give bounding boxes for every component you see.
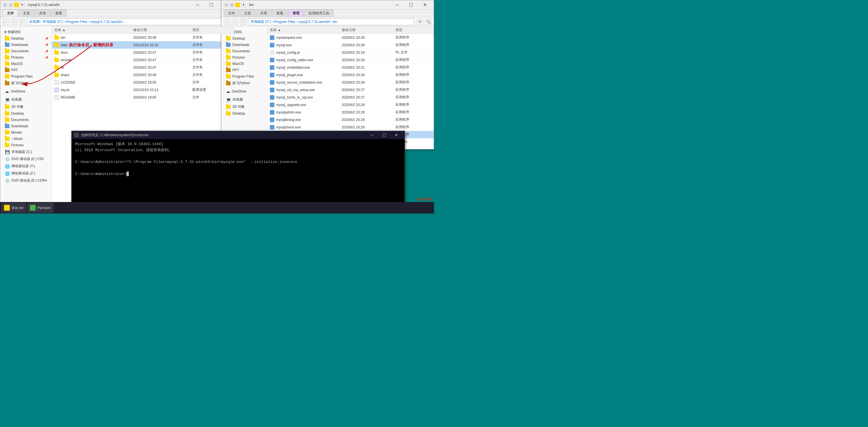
win2-minimize[interactable]: ─ [391, 1, 404, 9]
sidebar-item-documents2[interactable]: Documents [0, 117, 52, 123]
sidebar-3dobj-win2[interactable]: 3D 对象 [221, 103, 267, 110]
forward-btn-win1[interactable]: → [11, 19, 17, 25]
sidebar-onedrive-win2[interactable]: ☁ OneDrive [221, 88, 267, 95]
tab-file-win1[interactable]: 文件 [3, 9, 18, 17]
tab-apptools-win2[interactable]: 应用程序工具 [304, 9, 334, 17]
tab-share-win2[interactable]: 共享 [256, 9, 272, 17]
cmd-restore[interactable]: ☐ [378, 131, 390, 139]
tab-manage-win2[interactable]: 管理 [288, 9, 304, 17]
row-mysqlconfigpl[interactable]: mysql_config.pl 2020/6/2 20:18 PL 文件 [268, 49, 434, 56]
cmd-content[interactable]: Microsoft Windows [版本 10.0.18363.1440] (… [72, 139, 405, 212]
tab-file-win2[interactable]: 文件 [224, 9, 239, 17]
sidebar-item-onedrive[interactable]: ☁ OneDrive [0, 88, 52, 95]
address-path-win2[interactable]: 本地磁盘 (C:) › Program Files › mysql-5.7.31… [248, 19, 414, 25]
sidebar-macos-win2[interactable]: MacOS [221, 61, 267, 67]
back-btn-win2[interactable]: ← [224, 19, 230, 25]
sidebar-item-ppt[interactable]: PPT [0, 67, 52, 73]
path-c-win2[interactable]: 本地磁盘 (C:) [250, 19, 271, 24]
row-mysqladmin[interactable]: mysqladmin.exe 2020/6/2 20:28 应用程序 [268, 109, 434, 116]
sidebar-downloads-win2[interactable]: Downloads [221, 42, 267, 48]
row-mysqlplugin[interactable]: mysql_plugin.exe 2020/6/2 20:28 应用程序 [268, 71, 434, 79]
toolbar-btn-win2-2[interactable]: ◻ [229, 3, 234, 7]
sidebar-lufei-win2[interactable]: 路飞Python [221, 79, 267, 87]
forward-btn-win2[interactable]: → [232, 19, 238, 25]
sidebar-item-pictures[interactable]: Pictures 📌 [0, 54, 52, 61]
sidebar-item-lufeipython[interactable]: 路飞Python [0, 79, 52, 87]
path-programfiles-win1[interactable]: Program Files [66, 20, 87, 24]
sidebar-item-localc[interactable]: 💾 本地磁盘 (C:) [0, 148, 52, 156]
win2-close[interactable]: ✕ [418, 1, 431, 9]
toolbar-btn-3[interactable]: ▾ [20, 3, 25, 7]
sidebar-item-netz[interactable]: 🌐 网络驱动器 (Z:) [0, 170, 52, 177]
file-row-include[interactable]: include 2020/6/2 20:47 文件夹 [52, 56, 234, 64]
file-row-docs[interactable]: docs 2020/6/2 20:47 文件夹 [52, 49, 234, 56]
address-path-win1[interactable]: 此电脑 › 本地磁盘 (C:) › Program Files › mysql-… [27, 19, 232, 25]
file-row-share[interactable]: share 2020/6/2 20:49 文件夹 [52, 71, 234, 79]
sidebar-item-thispc[interactable]: 💻 此电脑 [0, 96, 52, 103]
tab-view-win2[interactable]: 查看 [272, 9, 288, 17]
row-mysqlembedded[interactable]: mysql_embedded.exe 2020/6/2 20:31 应用程序 [268, 64, 434, 71]
path-programfiles-win2[interactable]: Program Files [274, 20, 296, 24]
win1-minimize[interactable]: ─ [191, 1, 204, 9]
sidebar-item-dvde2[interactable]: 💿 DVD 驱动器 (E:) CDR▾ [0, 177, 52, 184]
sidebar-item-desktop2[interactable]: Desktop [0, 110, 52, 117]
row-mysqlcheck[interactable]: mysqlcheck.exe 2020/6/2 20:28 应用程序 [268, 124, 434, 131]
refresh-btn-win2[interactable]: ↻ [417, 19, 423, 25]
taskbar-item-jinjin[interactable]: 进走.md [1, 203, 26, 213]
file-row-myini[interactable]: my.ini 2021/5/10 15:13 配置设置 [52, 86, 234, 94]
sidebar-item-pictures2[interactable]: Pictures [0, 142, 52, 148]
path-mysql-win1[interactable]: mysql-5.7.31-winx64 [90, 20, 122, 24]
win2-maximize[interactable]: ☐ [404, 1, 417, 9]
path-bin-win2[interactable]: bin [333, 20, 337, 24]
sidebar-pictures-win2[interactable]: Pictures [221, 54, 267, 61]
row-mysql[interactable]: mysql.exe 2020/6/2 20:28 应用程序 [268, 41, 434, 49]
row-mysqlsecure[interactable]: mysql_secure_installation.exe 2020/6/2 2… [268, 79, 434, 86]
sidebar-item-nety[interactable]: 🌐 网络驱动器 (Y:) [0, 163, 52, 170]
sidebar-item-3dobjects[interactable]: 3D 对象 [0, 103, 52, 110]
sidebar-item-downloads2[interactable]: Downloads [0, 123, 52, 129]
sidebar-desktop-win2[interactable]: Desktop [221, 35, 267, 42]
sidebar-thispc-win2[interactable]: 💻 此电脑 [221, 96, 267, 103]
file-row-license[interactable]: LICENSE 2020/6/2 19:05 文件 [52, 79, 234, 86]
cmd-minimize[interactable]: ─ [366, 131, 378, 139]
sidebar-item-music[interactable]: ♪ Music [0, 136, 52, 142]
back-btn-win1[interactable]: ← [3, 19, 9, 25]
sidebar-documents-win2[interactable]: Documents [221, 48, 267, 54]
row-mysqlsslrsa[interactable]: mysql_ssl_rsa_setup.exe 2020/6/2 20:27 应… [268, 86, 434, 94]
row-mysqlbinlog[interactable]: mysqlbinlog.exe 2020/6/2 20:28 应用程序 [268, 116, 434, 124]
up-btn-win2[interactable]: ↑ [240, 19, 246, 25]
file-row-data[interactable]: data 2021/5/10 15:16 文件夹 [52, 41, 234, 49]
sidebar-item-programfiles[interactable]: Program Files [0, 73, 52, 79]
file-row-readme[interactable]: README 2020/6/2 19:05 文件 [52, 94, 234, 101]
toolbar-btn-win2-1[interactable]: ◻ [224, 3, 228, 7]
file-row-lib[interactable]: lib 2020/6/2 20:47 文件夹 [52, 64, 234, 71]
sidebar-item-documents[interactable]: Documents 📌 [0, 48, 52, 54]
toolbar-btn-1[interactable]: ◻ [3, 3, 7, 7]
sidebar-item-dvde[interactable]: 💿 DVD 驱动器 (E:) CDI [0, 156, 52, 163]
sidebar-item-desktop[interactable]: Desktop 📌 [0, 35, 52, 42]
search-btn-win2[interactable]: 🔍 [425, 19, 431, 25]
tab-share-win1[interactable]: 共享 [35, 9, 50, 17]
sidebar-item-downloads[interactable]: Downloads 📌 [0, 42, 52, 48]
row-mysqlupgrade[interactable]: mysql_upgrade.exe 2020/6/2 20:28 应用程序 [268, 101, 434, 109]
tab-home-win2[interactable]: 主页 [240, 9, 255, 17]
tab-home-win1[interactable]: 主页 [19, 9, 34, 17]
sidebar-ppt-win2[interactable]: PPT [221, 67, 267, 73]
path-mysql-win2[interactable]: mysql-5.7.31-winx64 [298, 20, 330, 24]
path-thispc-win1[interactable]: 此电脑 [29, 19, 40, 24]
sidebar-desktop2-win2[interactable]: Desktop [221, 110, 267, 117]
sidebar-programfiles-win2[interactable]: Program Files [221, 73, 267, 79]
toolbar-btn-win2-3[interactable]: ▾ [241, 3, 246, 7]
cmd-close[interactable]: ✕ [390, 131, 402, 139]
tab-view-win1[interactable]: 查看 [51, 9, 66, 17]
row-mysqltzinfo[interactable]: mysql_tzinfo_to_sql.exe 2020/6/2 20:27 应… [268, 94, 434, 101]
path-c-win1[interactable]: 本地磁盘 (C:) [42, 19, 63, 24]
taskbar-item-pycharm[interactable]: PyCharm [27, 203, 54, 213]
row-mysqlconfigeditor[interactable]: mysql_config_editor.exe 2020/6/2 20:28 应… [268, 56, 434, 64]
file-row-bin[interactable]: bin 2020/6/2 20:49 文件夹 [52, 34, 234, 41]
sidebar-item-macos[interactable]: MacOS [0, 61, 52, 67]
row-myisampack[interactable]: myisampack.exe 2020/6/2 20:28 应用程序 [268, 34, 434, 41]
sidebar-item-movies[interactable]: Movies [0, 129, 52, 136]
toolbar-btn-2[interactable]: ◻ [8, 3, 13, 7]
win1-maximize[interactable]: ☐ [205, 1, 218, 9]
